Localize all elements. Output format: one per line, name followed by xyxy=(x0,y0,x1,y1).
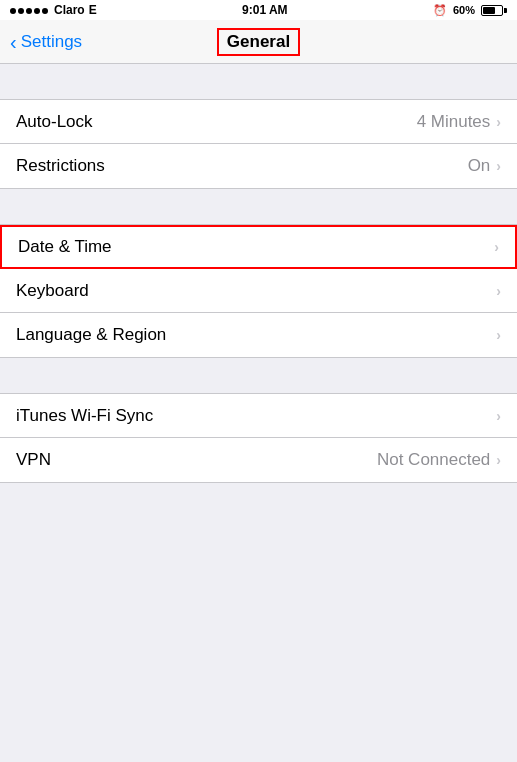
back-button[interactable]: ‹ Settings xyxy=(10,32,82,52)
settings-group-1: Auto-Lock 4 Minutes › Restrictions On › xyxy=(0,99,517,189)
language-region-right: › xyxy=(496,327,501,343)
back-label: Settings xyxy=(21,32,82,52)
signal-dots xyxy=(10,3,50,17)
restrictions-chevron-icon: › xyxy=(496,158,501,174)
vpn-chevron-icon: › xyxy=(496,452,501,468)
auto-lock-row[interactable]: Auto-Lock 4 Minutes › xyxy=(0,100,517,144)
restrictions-row[interactable]: Restrictions On › xyxy=(0,144,517,188)
itunes-wifi-sync-row[interactable]: iTunes Wi-Fi Sync › xyxy=(0,394,517,438)
date-time-chevron-icon: › xyxy=(494,239,499,255)
restrictions-label: Restrictions xyxy=(16,156,105,176)
battery-icon xyxy=(481,5,507,16)
language-region-label: Language & Region xyxy=(16,325,166,345)
vpn-label: VPN xyxy=(16,450,51,470)
itunes-wifi-sync-label: iTunes Wi-Fi Sync xyxy=(16,406,153,426)
date-time-label: Date & Time xyxy=(18,237,112,257)
date-time-row[interactable]: Date & Time › xyxy=(0,225,517,269)
auto-lock-right: 4 Minutes › xyxy=(417,112,501,132)
section-divider-2 xyxy=(0,189,517,224)
auto-lock-label: Auto-Lock xyxy=(16,112,93,132)
keyboard-right: › xyxy=(496,283,501,299)
vpn-right: Not Connected › xyxy=(377,450,501,470)
section-divider-3 xyxy=(0,358,517,393)
keyboard-row[interactable]: Keyboard › xyxy=(0,269,517,313)
nav-bar: ‹ Settings General xyxy=(0,20,517,64)
section-divider-1 xyxy=(0,64,517,99)
status-left: Claro E xyxy=(10,3,97,17)
date-time-right: › xyxy=(494,239,499,255)
battery-percentage: 60% xyxy=(453,4,475,16)
status-right: ⏰ 60% xyxy=(433,4,507,17)
carrier-label: Claro xyxy=(54,3,85,17)
auto-lock-chevron-icon: › xyxy=(496,114,501,130)
settings-group-2: Date & Time › Keyboard › Language & Regi… xyxy=(0,224,517,358)
status-bar: Claro E 9:01 AM ⏰ 60% xyxy=(0,0,517,20)
auto-lock-value: 4 Minutes xyxy=(417,112,491,132)
back-chevron-icon: ‹ xyxy=(10,32,17,52)
language-region-chevron-icon: › xyxy=(496,327,501,343)
network-type: E xyxy=(89,3,97,17)
time-label: 9:01 AM xyxy=(242,3,288,17)
restrictions-value: On xyxy=(468,156,491,176)
language-region-row[interactable]: Language & Region › xyxy=(0,313,517,357)
keyboard-chevron-icon: › xyxy=(496,283,501,299)
itunes-wifi-sync-chevron-icon: › xyxy=(496,408,501,424)
page-title: General xyxy=(217,28,300,56)
settings-group-3: iTunes Wi-Fi Sync › VPN Not Connected › xyxy=(0,393,517,483)
vpn-value: Not Connected xyxy=(377,450,490,470)
itunes-wifi-sync-right: › xyxy=(496,408,501,424)
keyboard-label: Keyboard xyxy=(16,281,89,301)
alarm-icon: ⏰ xyxy=(433,4,447,17)
vpn-row[interactable]: VPN Not Connected › xyxy=(0,438,517,482)
restrictions-right: On › xyxy=(468,156,501,176)
